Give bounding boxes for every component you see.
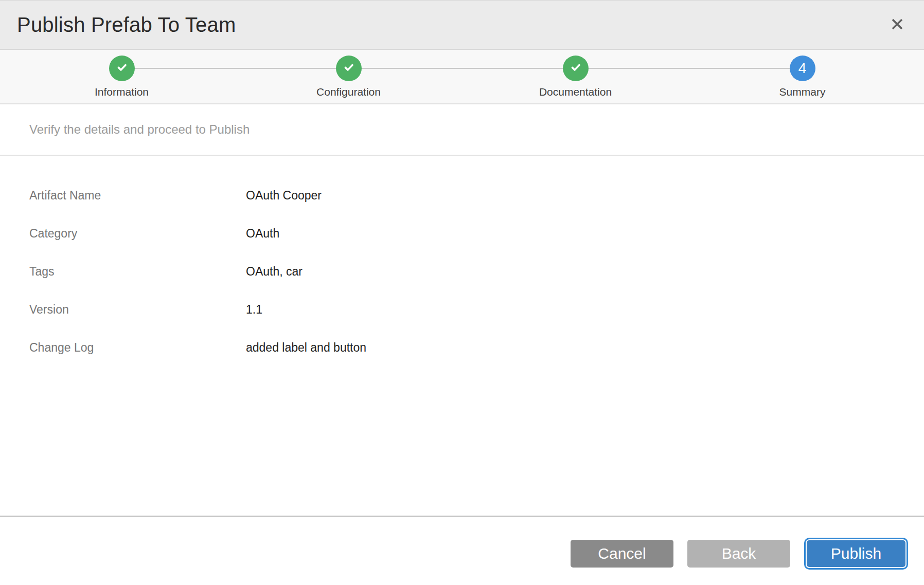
summary-details: Artifact Name OAuth Cooper Category OAut… bbox=[0, 156, 924, 516]
check-icon bbox=[568, 60, 583, 77]
step-summary-number: 4 bbox=[798, 60, 807, 77]
step-information: Information bbox=[8, 50, 235, 103]
step-summary-label: Summary bbox=[779, 86, 826, 98]
step-summary: 4 Summary bbox=[689, 50, 916, 103]
wizard-stepper: Information Configuration Docume bbox=[0, 50, 924, 104]
step-documentation: Documentation bbox=[462, 50, 689, 103]
detail-label: Artifact Name bbox=[29, 189, 246, 203]
detail-label: Tags bbox=[29, 265, 246, 279]
detail-value: OAuth Cooper bbox=[246, 189, 322, 203]
detail-value: 1.1 bbox=[246, 303, 262, 317]
detail-value: OAuth, car bbox=[246, 265, 303, 279]
detail-value: OAuth bbox=[246, 227, 279, 241]
detail-row-category: Category OAuth bbox=[29, 214, 909, 252]
step-configuration: Configuration bbox=[235, 50, 462, 103]
close-icon bbox=[889, 15, 906, 34]
cancel-button[interactable]: Cancel bbox=[571, 540, 673, 568]
detail-value: added label and button bbox=[246, 341, 366, 355]
dialog-header: Publish Prefab To Team bbox=[0, 0, 924, 50]
detail-row-version: Version 1.1 bbox=[29, 290, 909, 328]
detail-label: Version bbox=[29, 303, 246, 317]
close-button[interactable] bbox=[886, 13, 909, 36]
detail-row-change-log: Change Log added label and button bbox=[29, 328, 909, 367]
check-icon bbox=[115, 60, 129, 77]
detail-label: Category bbox=[29, 227, 246, 241]
publish-button[interactable]: Publish bbox=[806, 539, 907, 568]
step-documentation-circle bbox=[563, 56, 589, 81]
step-information-circle bbox=[109, 56, 135, 81]
step-description: Verify the details and proceed to Publis… bbox=[0, 104, 924, 156]
check-icon bbox=[342, 60, 356, 77]
step-documentation-label: Documentation bbox=[539, 86, 612, 98]
step-configuration-label: Configuration bbox=[316, 86, 381, 98]
step-description-text: Verify the details and proceed to Publis… bbox=[29, 122, 250, 137]
detail-row-tags: Tags OAuth, car bbox=[29, 252, 909, 290]
publish-prefab-dialog: Publish Prefab To Team Information bbox=[0, 0, 924, 585]
back-button[interactable]: Back bbox=[687, 540, 790, 568]
step-information-label: Information bbox=[95, 86, 149, 98]
step-summary-circle: 4 bbox=[790, 56, 815, 81]
page-title: Publish Prefab To Team bbox=[17, 13, 236, 36]
detail-label: Change Log bbox=[29, 341, 246, 355]
detail-row-artifact-name: Artifact Name OAuth Cooper bbox=[29, 176, 909, 214]
step-configuration-circle bbox=[336, 56, 362, 81]
dialog-footer: Cancel Back Publish bbox=[0, 517, 924, 585]
